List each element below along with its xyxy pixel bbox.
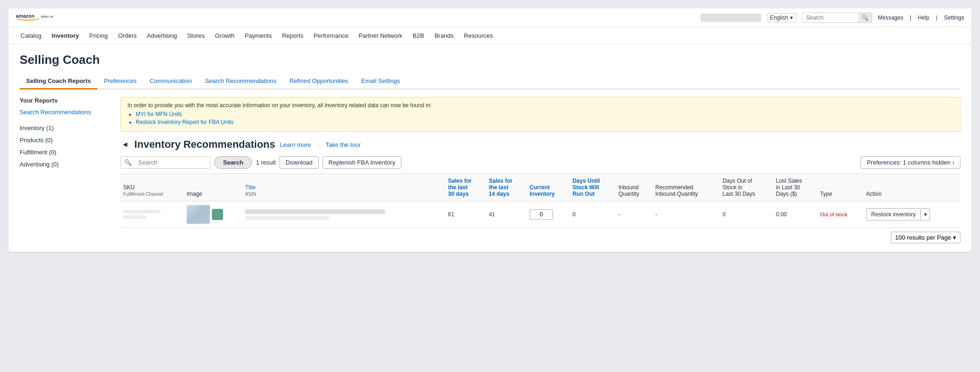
nav-partner-network[interactable]: Partner Network (354, 28, 407, 44)
col-sales-14: Sales forthe last14 days (486, 174, 526, 201)
image-cell (184, 201, 242, 228)
restock-inventory-button[interactable]: Restock inventory (866, 208, 921, 220)
sales-30-cell: 61 (445, 201, 486, 228)
sidebar-search-recommendations-link[interactable]: Search Recommendations (20, 109, 113, 116)
out-of-stock-badge: Out of stock (820, 212, 847, 217)
action-cell: Restock inventory ▾ (863, 201, 960, 228)
top-nav-links: Messages | Help | Settings (878, 14, 964, 21)
learn-more-link[interactable]: Learn more (280, 141, 311, 148)
tabs-row: Selling Coach Reports Preferences Commun… (20, 74, 960, 90)
amazon-logo-svg: amazon seller central (16, 12, 53, 23)
preferences-button[interactable]: Preferences: 1 columns hidden › (861, 156, 960, 169)
tab-selling-coach-reports[interactable]: Selling Coach Reports (20, 74, 98, 90)
sidebar-item-inventory: Inventory (1) (20, 122, 113, 134)
days-out-of-stock-cell: 0 (720, 201, 773, 228)
tab-communication[interactable]: Communication (143, 74, 198, 90)
search-button[interactable]: Search (214, 156, 252, 169)
top-search-button[interactable]: 🔍 (858, 13, 872, 22)
nav-pricing[interactable]: Pricing (84, 28, 112, 44)
language-selector[interactable]: English ▾ (767, 13, 796, 22)
section-title: Inventory Recommendations (134, 138, 275, 151)
action-btn-wrap: Restock inventory ▾ (866, 208, 958, 220)
days-until-run-out-cell: 0 (570, 201, 616, 228)
result-count: 1 result (256, 159, 276, 166)
svg-text:amazon: amazon (16, 13, 35, 19)
collapse-button[interactable]: ◄ (120, 140, 130, 149)
lost-sales-cell: 0.00 (773, 201, 818, 228)
nav-inventory[interactable]: Inventory (47, 28, 84, 44)
per-page-select[interactable]: 100 results per Page ▾ (891, 232, 960, 243)
nav-orders[interactable]: Orders (113, 28, 141, 44)
col-title: Title ASIN (242, 174, 445, 201)
search-icon-button[interactable]: 🔍 (121, 157, 135, 168)
nav-reports[interactable]: Reports (277, 28, 308, 44)
top-search-input[interactable] (802, 13, 858, 22)
nav-growth[interactable]: Growth (210, 28, 239, 44)
replenish-button[interactable]: Replenish FBA Inventory (322, 156, 401, 169)
col-days-until-run-out: Days UntilStock WillRun Out (570, 174, 616, 201)
main-panel: In order to provide you with the most ac… (120, 97, 960, 243)
col-type: Type (817, 174, 863, 201)
nav-b2b[interactable]: B2B (408, 28, 429, 44)
per-page-label: 100 results per Page (895, 234, 951, 241)
product-icon (212, 209, 223, 220)
table-wrap: SKU Fulfillment Channel Image Title ASIN… (120, 173, 960, 228)
table-row: 61 41 0 - - 0 0.00 (120, 201, 960, 228)
page-title: Selling Coach (20, 53, 960, 67)
nav-payments[interactable]: Payments (240, 28, 277, 44)
help-link[interactable]: Help (918, 14, 930, 21)
messages-link[interactable]: Messages (878, 14, 903, 21)
main-nav: Catalog Inventory Pricing Orders Adverti… (8, 28, 972, 44)
col-days-out-of-stock: Days Out ofStock inLast 30 Days (720, 174, 773, 201)
myi-link[interactable]: MYI for MFN Units (136, 111, 182, 117)
tab-email-settings[interactable]: Email Settings (355, 74, 406, 90)
download-button[interactable]: Download (280, 156, 319, 169)
take-tour-link[interactable]: Take the tour (326, 141, 361, 148)
col-action: Action (863, 174, 960, 201)
preferences-label: Preferences: 1 columns hidden (867, 159, 950, 166)
inventory-table: SKU Fulfillment Channel Image Title ASIN… (120, 173, 960, 228)
search-input-wrap: 🔍 (120, 156, 210, 169)
sku-cell (120, 201, 184, 228)
nav-resources[interactable]: Resources (459, 28, 497, 44)
nav-performance[interactable]: Performance (309, 28, 353, 44)
settings-link[interactable]: Settings (944, 14, 964, 21)
sales-14-cell: 41 (486, 201, 526, 228)
account-info (700, 14, 761, 22)
per-page-chevron-icon: ▾ (953, 234, 956, 241)
col-recommended-inbound: RecommendedInbound Quantity (652, 174, 720, 201)
nav-stores[interactable]: Stores (182, 28, 210, 44)
tab-refined-opportunities[interactable]: Refined Opportunities (283, 74, 355, 90)
tab-search-recommendations[interactable]: Search Recommendations (198, 74, 283, 90)
action-dropdown-button[interactable]: ▾ (921, 208, 930, 220)
col-sales-30: Sales forthe last30 days (445, 174, 486, 201)
info-banner: In order to provide you with the most ac… (120, 97, 960, 132)
restock-link[interactable]: Restock Inventory Report for FBA Units (136, 119, 233, 125)
nav-catalog[interactable]: Catalog (16, 28, 46, 44)
recommended-inbound-cell: - (652, 201, 720, 228)
logo: amazon seller central (16, 12, 53, 23)
info-banner-text: In order to provide you with the most ac… (127, 102, 953, 109)
sidebar-item-advertising: Advertising (0) (20, 158, 113, 171)
current-inventory-cell (527, 201, 570, 228)
table-footer: 100 results per Page ▾ (120, 232, 960, 243)
col-inbound-qty: InboundQuantity (616, 174, 652, 201)
language-label: English (770, 14, 788, 21)
nav-advertising[interactable]: Advertising (142, 28, 182, 44)
product-image (187, 205, 210, 224)
section-header: ◄ Inventory Recommendations Learn more |… (120, 138, 960, 151)
col-current-inventory: CurrentInventory (527, 174, 570, 201)
sidebar: Your Reports Search Recommendations Inve… (20, 97, 113, 243)
sidebar-item-fulfillment: Fulfillment (0) (20, 146, 113, 158)
search-input[interactable] (135, 157, 210, 168)
title-sort-link[interactable]: Title (245, 184, 255, 191)
title-cell (242, 201, 445, 228)
sidebar-items: Inventory (1) Products (0) Fulfillment (… (20, 122, 113, 171)
col-sku: SKU Fulfillment Channel (120, 174, 184, 201)
svg-text:seller central: seller central (41, 14, 53, 19)
nav-brands[interactable]: Brands (430, 28, 458, 44)
tab-preferences[interactable]: Preferences (98, 74, 143, 90)
toolbar: 🔍 Search 1 result Download Replenish FBA… (120, 156, 960, 169)
inbound-qty-cell: - (616, 201, 652, 228)
current-inventory-input[interactable] (530, 209, 553, 220)
